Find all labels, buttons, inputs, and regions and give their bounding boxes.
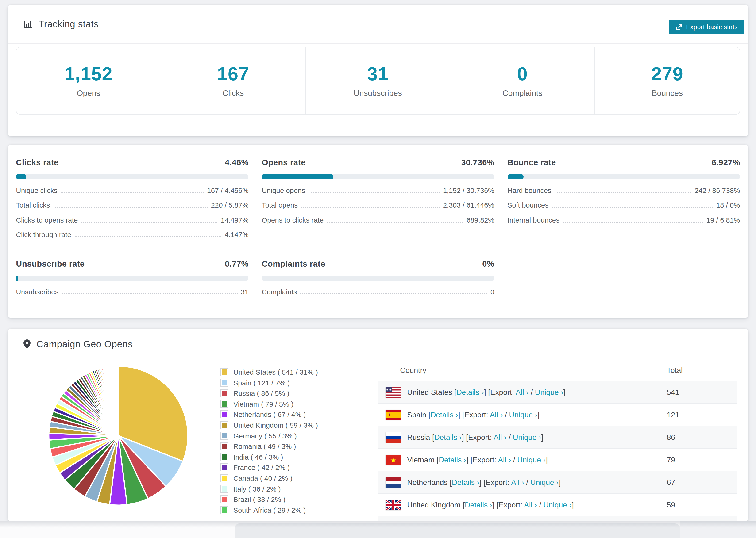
rate-row-label: Clicks to opens rate — [16, 216, 78, 224]
rate-row-label: Soft bounces — [507, 201, 549, 209]
dotted-leader — [300, 293, 487, 294]
export-all-link[interactable]: All › — [524, 501, 537, 509]
table-header-row: Country Total — [378, 360, 737, 381]
export-unique-link[interactable]: Unique › — [509, 410, 537, 418]
table-row-vn: Vietnam [Details ›] [Export: All › / Uni… — [378, 449, 737, 471]
rate-row-hard-bounces: Hard bounces 242 / 86.738% — [507, 186, 740, 194]
legend-item-france: France ( 42 / 2% ) — [220, 463, 318, 471]
scale-wrapper: Tracking stats Export basic stats 1,152 … — [0, 0, 756, 538]
geo-opens-table: Country Total United States [Details ›] … — [378, 360, 737, 521]
legend-label: Canada ( 40 / 2% ) — [233, 474, 293, 482]
rate-title: Clicks rate — [16, 158, 58, 168]
progress-bar — [16, 276, 249, 281]
export-unique-link[interactable]: Unique › — [543, 501, 572, 509]
legend-label: Vietnam ( 79 / 5% ) — [233, 400, 294, 408]
rate-row-value: 19 / 6.81% — [706, 216, 740, 224]
table-rows: United States [Details ›] [Export: All ›… — [378, 381, 737, 521]
rate-row-click-through-rate: Click through rate 4.147% — [16, 231, 249, 239]
legend-color-chip — [220, 432, 228, 440]
export-basic-stats-button[interactable]: Export basic stats — [669, 20, 744, 34]
legend-label: Romania ( 49 / 3% ) — [233, 442, 296, 450]
rate-block-complaints-rate: Complaints rate 0% Complaints 0 — [262, 253, 495, 296]
progress-bar-fill — [507, 174, 523, 179]
rate-row-total-clicks: Total clicks 220 / 5.87% — [16, 201, 249, 209]
details-link[interactable]: Details › — [434, 433, 462, 441]
legend-color-chip — [220, 368, 228, 376]
dotted-leader — [555, 192, 691, 193]
table-row-us: United States [Details ›] [Export: All ›… — [378, 381, 737, 404]
legend-item-india: India ( 46 / 3% ) — [220, 453, 318, 461]
stat-label: Bounces — [652, 89, 683, 98]
rate-row-value: 14.497% — [221, 216, 248, 224]
legend-item-united-kingdom: United Kingdom ( 59 / 3% ) — [220, 421, 318, 429]
geo-body: United States ( 541 / 31% ) Spain ( 121 … — [8, 360, 748, 521]
progress-bar-fill — [16, 276, 18, 281]
export-unique-link[interactable]: Unique › — [513, 433, 541, 441]
export-all-link[interactable]: All › — [511, 478, 524, 486]
rate-block-clicks-rate: Clicks rate 4.46% Unique clicks 167 / 4.… — [16, 152, 249, 239]
export-all-link[interactable]: All › — [516, 388, 529, 396]
stat-label: Complaints — [503, 89, 542, 98]
export-all-link[interactable]: All › — [490, 410, 503, 418]
legend-color-chip — [220, 421, 228, 429]
legend-color-chip — [220, 453, 228, 461]
details-link[interactable]: Details › — [439, 456, 466, 463]
export-unique-link[interactable]: Unique › — [530, 478, 559, 486]
details-link[interactable]: Details › — [452, 478, 479, 486]
stat-bounces: 279 Bounces — [595, 47, 739, 114]
rate-row-unique-opens: Unique opens 1,152 / 30.736% — [262, 186, 495, 194]
dotted-leader — [61, 192, 204, 193]
country-name: Vietnam — [407, 456, 437, 463]
table-row-gb: United Kingdom [Details ›] [Export: All … — [378, 494, 737, 516]
legend-item-romania: Romania ( 49 / 3% ) — [220, 442, 318, 450]
details-link[interactable]: Details › — [431, 410, 458, 418]
rate-row-total-opens: Total opens 2,303 / 61.446% — [262, 201, 495, 209]
legend-color-chip — [220, 506, 228, 514]
stat-value: 279 — [651, 63, 683, 84]
progress-bar — [262, 174, 495, 179]
rate-row-label: Total clicks — [16, 201, 50, 209]
rate-row-unique-clicks: Unique clicks 167 / 4.456% — [16, 186, 249, 194]
table-row-nl: Netherlands [Details ›] [Export: All › /… — [378, 471, 737, 494]
export-unique-link[interactable]: Unique › — [517, 456, 546, 463]
map-pin-icon — [24, 340, 30, 349]
legend-item-vietnam: Vietnam ( 79 / 5% ) — [220, 400, 318, 408]
dotted-leader — [81, 221, 217, 222]
legend-color-chip — [220, 389, 228, 397]
legend-color-chip — [220, 495, 228, 503]
legend-label: United Kingdom ( 59 / 3% ) — [233, 421, 318, 429]
legend-label: Netherlands ( 67 / 4% ) — [233, 410, 306, 418]
flag-us-icon — [386, 387, 401, 398]
table-row-de: Germany [Details ›] [Export: All › / Uni… — [378, 516, 737, 521]
export-all-link[interactable]: All › — [498, 456, 511, 463]
details-link[interactable]: Details › — [465, 501, 492, 509]
legend-color-chip — [220, 474, 228, 482]
country-total: 79 — [667, 456, 737, 464]
rate-row-value: 2,303 / 61.446% — [443, 201, 495, 209]
dotted-leader — [552, 207, 713, 207]
export-unique-link[interactable]: Unique › — [535, 388, 563, 396]
rate-row-label: Hard bounces — [507, 186, 551, 194]
rate-row-value: 18 / 0% — [716, 201, 740, 209]
bottom-strip — [0, 521, 756, 538]
rate-value: 30.736% — [461, 158, 494, 168]
pie-legend: United States ( 541 / 31% ) Spain ( 121 … — [220, 368, 318, 514]
legend-item-italy: Italy ( 36 / 2% ) — [220, 485, 318, 493]
rate-row-value: 242 / 86.738% — [695, 186, 740, 194]
legend-label: India ( 46 / 3% ) — [233, 453, 283, 461]
stat-opens: 1,152 Opens — [17, 47, 161, 114]
export-all-link[interactable]: All › — [494, 433, 507, 441]
legend-item-netherlands: Netherlands ( 67 / 4% ) — [220, 410, 318, 418]
stat-label: Opens — [77, 89, 100, 98]
rate-block-bounce-rate: Bounce rate 6.927% Hard bounces 242 / 86… — [507, 152, 740, 239]
details-link[interactable]: Details › — [457, 388, 484, 396]
rate-row-label: Unsubscribes — [16, 288, 59, 296]
legend-item-canada: Canada ( 40 / 2% ) — [220, 474, 318, 482]
stat-value: 31 — [367, 63, 389, 84]
rate-title: Opens rate — [262, 158, 306, 168]
rate-row-label: Total opens — [262, 201, 298, 209]
rate-title: Complaints rate — [262, 259, 325, 269]
card-title-tracking: Tracking stats — [38, 19, 99, 29]
rate-row-value: 1,152 / 30.736% — [443, 186, 495, 194]
rate-title: Bounce rate — [507, 158, 556, 168]
